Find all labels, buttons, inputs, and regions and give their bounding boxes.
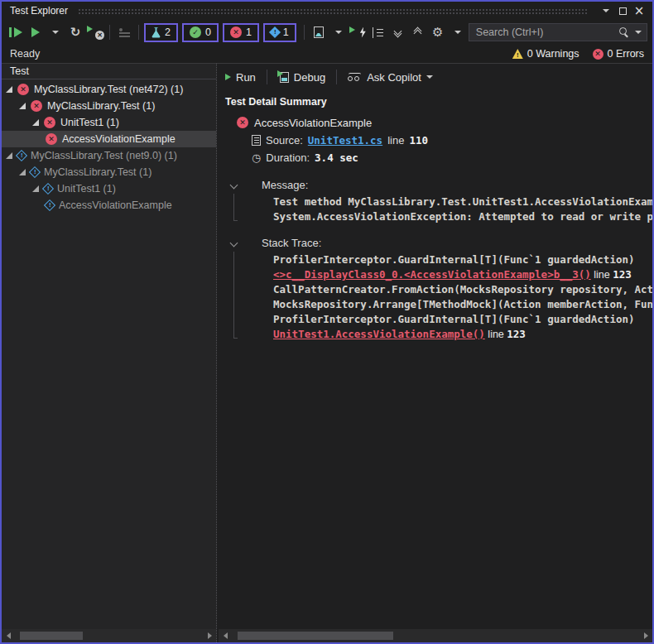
scroll-left-arrow[interactable] — [220, 631, 230, 641]
toolbar-separator — [336, 70, 337, 84]
not-run-icon: ! — [29, 166, 41, 178]
search-input[interactable] — [476, 26, 614, 38]
run-all-tests-button[interactable] — [7, 22, 25, 42]
collapse-all-button[interactable] — [409, 22, 427, 42]
passed-icon: ✓ — [190, 26, 201, 38]
line-number: 123 — [507, 328, 526, 340]
tree-item-project-net90[interactable]: ! MyClassLibrary.Test (net9.0) (1) — [2, 147, 216, 164]
collapse-chevron-icon[interactable] — [230, 239, 238, 248]
section-bracket — [233, 252, 238, 339]
test-explorer-window: Test Explorer × ↻ ✕ 2 ✓ 0 ✕ 1 ! — [0, 0, 654, 644]
ask-copilot-button[interactable]: Ask Copilot — [348, 71, 433, 84]
stack-frame: MocksRepository.Arrange[TMethodMock](Act… — [273, 297, 652, 312]
window-title: Test Explorer — [10, 5, 68, 17]
errors-status[interactable]: ✕ 0 Errors — [593, 48, 644, 60]
maximize-button[interactable] — [614, 3, 631, 18]
message-section: Message: Test method MyClassLibrary.Test… — [225, 179, 652, 224]
scroll-left-arrow[interactable] — [3, 631, 13, 641]
expand-all-button[interactable] — [389, 22, 407, 42]
chevron-down-icon — [335, 31, 342, 34]
play-icon — [225, 74, 231, 80]
tree-item-class[interactable]: ! UnitTest1 (1) — [2, 180, 216, 197]
group-by-button[interactable] — [310, 22, 328, 42]
expander-icon[interactable] — [19, 169, 26, 175]
tree-item-test[interactable]: ! AccessViolationExample — [2, 197, 216, 214]
chevron-down-icon[interactable] — [635, 31, 642, 34]
failed-icon: ✕ — [237, 117, 248, 128]
line-label: line — [387, 134, 404, 147]
settings-button[interactable]: ⚙ — [429, 22, 447, 42]
warnings-status[interactable]: ! 0 Warnings — [512, 48, 579, 60]
run-all-icon — [9, 27, 12, 37]
message-line: System.AccessViolationException: Attempt… — [273, 209, 652, 224]
expander-icon[interactable] — [32, 119, 39, 126]
tree-item-namespace[interactable]: ! MyClassLibrary.Test (1) — [2, 164, 216, 180]
chevron-down-icon — [454, 31, 461, 34]
stack-frame-link[interactable]: UnitTest1.AccessViolationExample() — [273, 328, 485, 340]
section-gutter — [225, 179, 250, 224]
search-icon[interactable] — [619, 27, 630, 38]
detail-horizontal-scrollbar[interactable] — [219, 629, 652, 642]
close-button[interactable]: × — [631, 3, 647, 18]
toolbar-separator — [138, 25, 139, 40]
scroll-right-arrow[interactable] — [641, 631, 651, 641]
failed-icon: ✕ — [31, 100, 42, 112]
play-icon — [31, 27, 40, 37]
expander-icon[interactable] — [32, 185, 39, 192]
stack-trace-section: Stack Trace: ProfilerInterceptor.GuardIn… — [225, 237, 652, 342]
chevron-down-icon — [52, 31, 59, 34]
source-line: Source: UnitTest1.cs line 110 — [225, 132, 652, 149]
settings-dropdown[interactable] — [449, 22, 467, 42]
playlist-button[interactable] — [115, 22, 133, 42]
toolbar-separator — [267, 70, 267, 84]
not-run-icon: ! — [44, 199, 55, 211]
window-position-button[interactable] — [598, 3, 614, 18]
cancel-run-button[interactable]: ✕ — [86, 25, 104, 40]
message-label: Message: — [262, 179, 652, 191]
duration-label: Duration: — [266, 151, 310, 164]
repeat-last-run-button[interactable]: ↻ — [66, 22, 84, 42]
run-dropdown[interactable] — [46, 22, 65, 42]
expander-icon[interactable] — [19, 103, 26, 109]
tree-horizontal-scrollbar[interactable] — [2, 629, 216, 642]
failed-tests-badge[interactable]: ✕ 1 — [223, 23, 259, 42]
ask-copilot-label: Ask Copilot — [367, 71, 421, 84]
not-run-icon: ! — [269, 26, 281, 38]
source-file-icon — [252, 135, 261, 146]
failed-icon: ✕ — [17, 84, 29, 95]
collapse-chevron-icon[interactable] — [230, 181, 238, 190]
debug-test-button[interactable]: Debug — [278, 71, 325, 84]
tree-item-label: MyClassLibrary.Test (1) — [47, 100, 155, 112]
debug-icon — [278, 71, 289, 84]
failed-tests-count: 1 — [246, 26, 252, 38]
run-button[interactable] — [26, 22, 45, 42]
group-by-dropdown[interactable] — [329, 22, 348, 42]
titlebar: Test Explorer × — [2, 2, 652, 20]
run-with-profiler-button[interactable] — [349, 26, 368, 39]
source-file-link[interactable]: UnitTest1.cs — [308, 134, 382, 147]
test-name: AccessViolationExample — [254, 117, 372, 129]
passed-tests-badge[interactable]: ✓ 0 — [182, 23, 219, 42]
expander-icon[interactable] — [6, 86, 12, 93]
tree-item-class[interactable]: ✕ UnitTest1 (1) — [2, 114, 216, 131]
scroll-right-arrow[interactable] — [204, 631, 214, 641]
hierarchy-icon — [373, 27, 383, 38]
repeat-run-icon: ↻ — [70, 25, 81, 40]
tree-item-test-selected[interactable]: ✕ AccessViolationExample — [2, 131, 216, 147]
total-tests-badge[interactable]: 2 — [144, 23, 178, 42]
not-run-tests-badge[interactable]: ! 1 — [263, 23, 296, 42]
run-test-button[interactable]: Run — [225, 71, 256, 84]
scrollbar-thumb[interactable] — [20, 632, 83, 640]
lightning-icon — [359, 27, 367, 38]
tree-item-namespace[interactable]: ✕ MyClassLibrary.Test (1) — [2, 98, 216, 114]
scrollbar-thumb[interactable] — [238, 632, 393, 640]
tree-item-label: MyClassLibrary.Test (net9.0) (1) — [31, 150, 177, 161]
stack-frame-link[interactable]: <>c__DisplayClass0_0.<AccessViolationExa… — [273, 268, 591, 281]
hierarchy-view-button[interactable] — [369, 22, 387, 42]
tree-item-project-net472[interactable]: ✕ MyClassLibrary.Test (net472) (1) — [2, 81, 216, 98]
toolbar-separator — [109, 25, 110, 40]
tree-column-header[interactable]: Test — [2, 64, 216, 79]
drag-grip[interactable] — [78, 8, 588, 14]
test-toolbar: ↻ ✕ 2 ✓ 0 ✕ 1 ! 1 — [2, 20, 652, 45]
expander-icon[interactable] — [6, 152, 12, 159]
